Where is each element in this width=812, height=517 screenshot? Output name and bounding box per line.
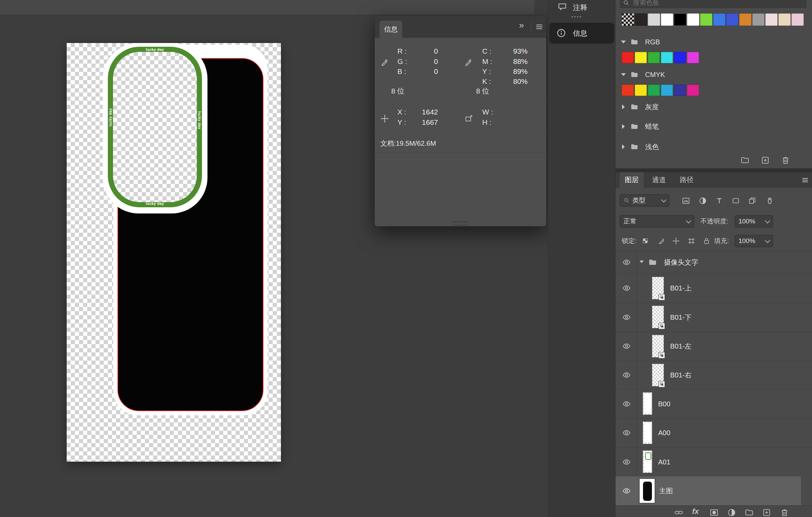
layer-row[interactable]: B01-右	[616, 361, 812, 389]
swatch[interactable]	[687, 52, 699, 63]
layer-visibility-toggle[interactable]	[622, 342, 631, 350]
link-layers-button[interactable]	[674, 508, 684, 517]
new-layer-button[interactable]	[762, 508, 771, 517]
swatch[interactable]	[726, 13, 738, 26]
swatch[interactable]	[791, 13, 804, 26]
layer-thumbnail[interactable]	[652, 306, 664, 328]
layer-thumbnail[interactable]	[640, 479, 655, 503]
swatch[interactable]	[752, 13, 765, 26]
swatch[interactable]	[674, 52, 686, 63]
chevron-down-icon[interactable]	[621, 41, 626, 43]
tab-layers[interactable]: 图层	[620, 172, 644, 188]
swatch[interactable]	[687, 13, 699, 26]
new-group-button[interactable]	[744, 508, 754, 517]
layer-visibility-toggle[interactable]	[622, 313, 631, 321]
swatch-group-rgb[interactable]: RGB	[616, 36, 812, 48]
swatch[interactable]	[700, 13, 712, 26]
blend-mode-select[interactable]: 正常	[620, 215, 694, 228]
tab-channels[interactable]: 通道	[647, 172, 671, 188]
artboard[interactable]: lucky day lucky day lucky day lucky day	[67, 43, 281, 462]
swatch[interactable]	[674, 13, 686, 26]
swatch-search-input[interactable]	[632, 0, 802, 9]
layer-style-button[interactable]: fx	[692, 507, 699, 516]
layer-visibility-toggle[interactable]	[622, 487, 631, 495]
camera-frame-green[interactable]	[108, 47, 202, 207]
layer-visibility-toggle[interactable]	[622, 258, 631, 266]
delete-swatch-button[interactable]	[781, 155, 790, 165]
layer-row[interactable]: A00	[616, 418, 812, 447]
filter-type-layers-icon[interactable]	[715, 196, 724, 205]
swatch[interactable]	[674, 85, 686, 96]
layer-filter-type-select[interactable]: 类型	[620, 194, 669, 207]
swatch[interactable]	[713, 13, 725, 26]
swatch[interactable]	[687, 85, 699, 96]
chevron-right-icon[interactable]	[622, 104, 625, 109]
new-swatch-button[interactable]	[760, 155, 770, 165]
filter-pixel-layers-icon[interactable]	[681, 196, 690, 205]
swatch[interactable]	[648, 52, 660, 63]
lock-all-icon[interactable]	[702, 237, 711, 245]
layers-panel-menu-icon[interactable]	[801, 176, 809, 184]
swatch[interactable]	[765, 13, 778, 26]
layer-row-selected[interactable]: 主图	[616, 476, 801, 505]
layer-thumbnail[interactable]	[652, 364, 664, 386]
layer-row[interactable]: B01-下	[616, 302, 812, 332]
layer-visibility-toggle[interactable]	[622, 429, 631, 437]
swatch-group-grayscale[interactable]: 灰度	[616, 101, 812, 113]
info-panel-header[interactable]: 信息 »	[375, 16, 546, 38]
add-mask-button[interactable]	[709, 508, 719, 517]
new-group-button[interactable]	[740, 155, 750, 165]
swatch[interactable]	[661, 85, 673, 96]
lock-position-icon[interactable]	[672, 237, 680, 245]
dock-item-info-active[interactable]: 信息	[549, 23, 614, 44]
swatch[interactable]	[648, 13, 660, 26]
rgb-bits[interactable]: 8 位	[391, 87, 405, 96]
filter-toggle-icon[interactable]	[765, 196, 774, 205]
layer-thumbnail[interactable]	[643, 392, 652, 415]
layer-thumbnail[interactable]	[652, 277, 664, 299]
chevron-right-icon[interactable]	[622, 124, 625, 129]
swatch[interactable]	[622, 52, 634, 63]
panel-menu-icon[interactable]	[535, 22, 544, 31]
delete-layer-button[interactable]	[780, 508, 789, 517]
layer-row[interactable]: A01	[616, 447, 812, 476]
swatch[interactable]	[622, 13, 634, 26]
layer-visibility-toggle[interactable]	[622, 371, 631, 379]
panel-collapse-icon[interactable]: »	[519, 20, 524, 31]
swatch-group-light[interactable]: 浅色	[616, 141, 812, 153]
swatch[interactable]	[622, 85, 634, 96]
layer-row[interactable]: B00	[616, 389, 812, 418]
chevron-down-icon[interactable]	[621, 73, 626, 76]
swatch-search-box[interactable]	[619, 0, 807, 9]
layer-visibility-toggle[interactable]	[622, 284, 631, 292]
tab-paths[interactable]: 路径	[675, 172, 699, 188]
lock-transparency-icon[interactable]	[641, 237, 650, 245]
chevron-right-icon[interactable]	[622, 144, 625, 149]
swatch[interactable]	[739, 13, 752, 26]
swatch[interactable]	[778, 13, 791, 26]
layer-row[interactable]: B01-上	[616, 274, 812, 302]
info-panel-tab[interactable]: 信息	[380, 21, 402, 38]
lock-pixels-icon[interactable]	[657, 237, 666, 245]
filter-shape-layers-icon[interactable]	[731, 196, 740, 205]
swatch-group-crayon[interactable]: 蜡笔	[616, 121, 812, 132]
swatch-group-cmyk[interactable]: CMYK	[616, 69, 812, 80]
swatch[interactable]	[635, 13, 647, 26]
dock-item-notes[interactable]: 注释	[548, 0, 616, 16]
swatch[interactable]	[635, 52, 647, 63]
filter-adjustment-layers-icon[interactable]	[698, 196, 707, 205]
opacity-select[interactable]: 100%	[735, 215, 773, 228]
swatch[interactable]	[648, 85, 660, 96]
layer-visibility-toggle[interactable]	[622, 458, 631, 466]
dock-drag-handle[interactable]	[571, 15, 582, 19]
layer-visibility-toggle[interactable]	[622, 400, 631, 408]
layer-thumbnail[interactable]	[643, 450, 652, 473]
layer-row-group[interactable]: 摄像头文字	[616, 251, 812, 274]
swatch[interactable]	[661, 52, 673, 63]
layer-thumbnail[interactable]	[643, 421, 652, 444]
adjustment-layer-button[interactable]	[727, 508, 736, 517]
layer-thumbnail[interactable]	[652, 335, 664, 358]
group-expand-chevron[interactable]	[640, 261, 644, 263]
swatch[interactable]	[635, 85, 647, 96]
fill-select[interactable]: 100%	[735, 235, 773, 247]
